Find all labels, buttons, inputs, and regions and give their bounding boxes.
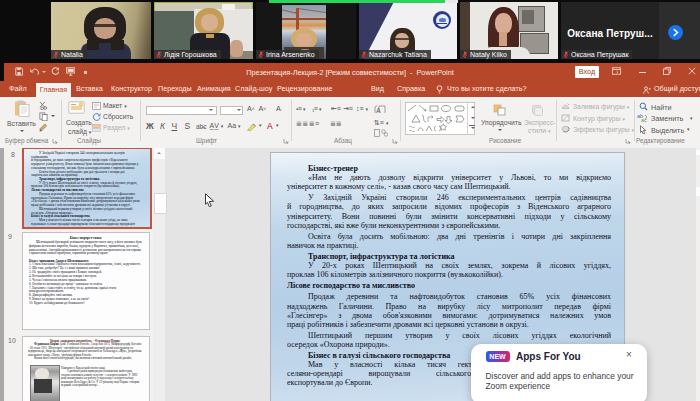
svg-text:А: А bbox=[376, 107, 381, 114]
